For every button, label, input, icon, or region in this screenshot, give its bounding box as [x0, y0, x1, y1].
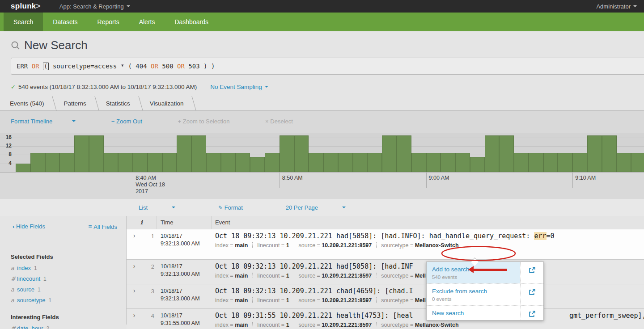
user-menu[interactable]: Administrator: [596, 3, 637, 10]
app-menu[interactable]: App: Search & Reporting: [59, 3, 130, 10]
nav-item-search[interactable]: Search: [4, 13, 43, 31]
event-field-sourcetype[interactable]: sourcetype = Mellanox-Switch: [381, 242, 458, 249]
event-sampling-menu[interactable]: No Event Sampling: [210, 84, 268, 90]
histogram-bar[interactable]: [104, 153, 119, 173]
timeline-section: Format Timeline Zoom Out Zoom to Selecti…: [0, 111, 644, 199]
tab-visualization[interactable]: Visualization: [144, 96, 197, 110]
popup-item-exclude-from-search[interactable]: Exclude from search0 events: [427, 283, 543, 305]
histogram-bar[interactable]: [353, 153, 368, 173]
histogram-bar[interactable]: [397, 135, 411, 172]
open-in-new-window-icon[interactable]: [520, 284, 543, 305]
histogram-bar[interactable]: [411, 153, 426, 173]
histogram-bar[interactable]: [221, 153, 236, 173]
field-link[interactable]: source: [17, 286, 34, 293]
nav-item-reports[interactable]: Reports: [88, 13, 129, 31]
zoom-out-button[interactable]: Zoom Out: [111, 118, 159, 125]
popup-item-add-to-search[interactable]: Add to search540 events: [427, 262, 543, 283]
histogram-bar[interactable]: [191, 135, 206, 172]
list-view-menu[interactable]: List: [139, 204, 197, 211]
histogram-bar[interactable]: [206, 153, 221, 173]
tab-events-540-[interactable]: Events (540): [4, 96, 58, 110]
event-field-linecount[interactable]: linecount = 1: [257, 322, 289, 328]
histogram-bar[interactable]: [426, 153, 441, 173]
histogram-bar[interactable]: [59, 153, 74, 173]
event-field-sourcetype[interactable]: sourcetype = Mellanox-Switch: [381, 322, 458, 328]
event-histogram[interactable]: 161284: [0, 133, 644, 173]
tab-patterns[interactable]: Patterns: [58, 96, 100, 110]
event-field-source[interactable]: source = 10.209.21.221:8597: [299, 242, 372, 249]
histogram-bar[interactable]: [558, 153, 572, 173]
histogram-bar[interactable]: [617, 153, 631, 173]
histogram-bar[interactable]: [162, 153, 177, 173]
expand-chevron-icon[interactable]: [133, 312, 136, 319]
field-separator: [252, 297, 253, 303]
splunk-logo[interactable]: splunk>: [11, 2, 41, 11]
histogram-bar[interactable]: [118, 153, 133, 173]
event-field-linecount[interactable]: linecount = 1: [257, 297, 289, 304]
histogram-bar[interactable]: [236, 153, 250, 173]
histogram-bar[interactable]: [148, 153, 162, 173]
histogram-bar[interactable]: [265, 153, 280, 173]
histogram-bar[interactable]: [280, 135, 294, 172]
histogram-bar[interactable]: [294, 135, 309, 172]
histogram-bar[interactable]: [470, 157, 485, 172]
format-menu[interactable]: Format: [218, 204, 264, 211]
histogram-bar[interactable]: [89, 135, 104, 172]
histogram-bar[interactable]: [382, 135, 397, 172]
tab-statistics[interactable]: Statistics: [100, 96, 144, 110]
popup-item-new-search[interactable]: New search: [427, 305, 543, 320]
histogram-bar[interactable]: [16, 164, 30, 172]
event-field-index[interactable]: index = main: [215, 322, 248, 328]
histogram-bar[interactable]: [572, 153, 587, 173]
event-field-index[interactable]: index = main: [215, 273, 248, 279]
histogram-bar[interactable]: [30, 153, 45, 173]
histogram-bar[interactable]: [441, 153, 455, 173]
search-query-input[interactable]: ERR OR ( sourcetype=access_* ( 404 OR 50…: [11, 58, 644, 75]
histogram-bar[interactable]: [587, 135, 602, 172]
histogram-bar[interactable]: [499, 135, 514, 172]
event-field-source[interactable]: source = 10.209.21.221:8597: [299, 297, 372, 304]
histogram-bar[interactable]: [323, 153, 338, 173]
histogram-bar[interactable]: [529, 153, 543, 173]
histogram-bar[interactable]: [543, 153, 558, 173]
histogram-bar[interactable]: [74, 135, 89, 172]
histogram-bar[interactable]: [485, 135, 500, 172]
query-segment: 500: [158, 63, 177, 70]
histogram-bar[interactable]: [338, 153, 353, 173]
event-raw-text[interactable]: Oct 18 09:32:13 10.209.21.221 had[5058]:…: [215, 232, 644, 240]
histogram-bar[interactable]: [177, 135, 191, 172]
event-field-linecount[interactable]: linecount = 1: [257, 242, 289, 249]
histogram-bar[interactable]: [133, 153, 148, 173]
nav-item-dashboards[interactable]: Dashboards: [165, 13, 218, 31]
histogram-bar[interactable]: [631, 153, 644, 173]
histogram-bar[interactable]: [250, 157, 265, 172]
field-link[interactable]: sourcetype: [17, 297, 46, 304]
expand-chevron-icon[interactable]: [133, 262, 136, 270]
histogram-bar[interactable]: [45, 153, 60, 173]
expand-chevron-icon[interactable]: [133, 232, 136, 239]
histogram-bar[interactable]: [367, 153, 382, 173]
open-in-new-window-icon[interactable]: [520, 306, 543, 320]
event-field-source[interactable]: source = 10.209.21.221:8597: [299, 273, 372, 279]
field-link[interactable]: linecount: [17, 275, 40, 282]
expand-chevron-icon[interactable]: [133, 287, 136, 294]
x-axis-tick: [426, 173, 427, 188]
event-field-source[interactable]: source = 10.209.21.221:8597: [299, 322, 372, 328]
event-field-linecount[interactable]: linecount = 1: [257, 273, 289, 279]
event-field-index[interactable]: index = main: [215, 242, 248, 249]
hide-fields-button[interactable]: Hide Fields: [13, 223, 45, 230]
field-link[interactable]: date_hour: [17, 325, 43, 329]
nav-item-datasets[interactable]: Datasets: [43, 13, 87, 31]
all-fields-button[interactable]: All Fields: [88, 223, 117, 230]
histogram-bar[interactable]: [514, 153, 529, 173]
histogram-bar[interactable]: [455, 153, 470, 173]
nav-item-alerts[interactable]: Alerts: [129, 13, 165, 31]
open-in-new-window-icon[interactable]: [520, 262, 543, 283]
histogram-bar[interactable]: [309, 153, 323, 173]
query-segment: OR: [177, 63, 185, 70]
event-field-index[interactable]: index = main: [215, 297, 248, 304]
format-timeline-menu[interactable]: Format Timeline: [11, 118, 93, 125]
field-link[interactable]: index: [17, 265, 31, 271]
per-page-menu[interactable]: 20 Per Page: [286, 204, 367, 211]
histogram-bar[interactable]: [602, 135, 617, 172]
